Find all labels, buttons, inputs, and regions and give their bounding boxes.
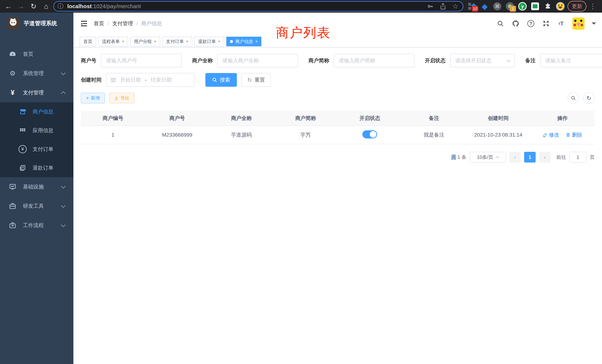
close-icon[interactable]: ×: [154, 39, 156, 44]
current-page-button[interactable]: 1: [524, 152, 536, 162]
documents-icon: [18, 164, 27, 171]
sidebar-item-pay-orders[interactable]: ¥ 支付订单: [0, 140, 73, 159]
merchant-no-input[interactable]: [101, 54, 182, 67]
full-name-input[interactable]: [217, 54, 298, 67]
sidebar-logo[interactable]: 芋道管理系统: [0, 13, 73, 34]
delete-link[interactable]: 删除: [566, 131, 582, 139]
back-icon[interactable]: ←: [3, 1, 14, 12]
remark-input[interactable]: [540, 54, 602, 67]
font-size-icon[interactable]: tT: [557, 20, 565, 28]
browser-profile-avatar[interactable]: [556, 2, 565, 11]
edit-pencil-icon: [543, 132, 548, 137]
refresh-table-button[interactable]: ↻: [583, 92, 595, 104]
extensions-area: ◆ 10 ◆ ⌘ 1 y: [468, 2, 565, 11]
briefcase-icon: [8, 222, 17, 229]
github-icon[interactable]: [512, 20, 520, 28]
sidebar-item-infrastructure[interactable]: 基础设施: [0, 177, 73, 196]
table-header-row: 商户编号 商户号 商户全称 商户简称 开启状态 备注 创建时间 操作: [81, 111, 595, 126]
sidebar-item-home[interactable]: 首页: [0, 44, 73, 64]
sidebar-item-system[interactable]: ⚙ 系统管理: [0, 64, 73, 83]
help-icon[interactable]: ?: [527, 20, 535, 28]
tab-home[interactable]: 首页: [80, 37, 96, 46]
extension-chat-icon[interactable]: [531, 2, 539, 11]
col-short-name: 商户简称: [274, 111, 338, 126]
extensions-puzzle-icon[interactable]: [543, 2, 552, 11]
sidebar-item-workflow[interactable]: 工作流程: [0, 216, 73, 235]
user-avatar[interactable]: [572, 17, 585, 30]
export-button[interactable]: 导出: [109, 93, 135, 103]
refresh-icon: ↻: [586, 95, 591, 101]
home-icon[interactable]: ⌂: [41, 1, 52, 12]
reset-button[interactable]: ↻ 重置: [241, 73, 271, 87]
share-icon[interactable]: [440, 3, 446, 10]
col-create-time: 创建时间: [466, 111, 530, 126]
extension-kite-icon[interactable]: ◆: [480, 2, 489, 11]
browser-menu-icon[interactable]: ⋮: [588, 2, 597, 10]
filter-label-short-name: 商户简称: [308, 57, 329, 64]
sidebar-item-app-info[interactable]: 应用信息: [0, 121, 73, 140]
bookmark-star-icon[interactable]: ☆: [452, 2, 458, 10]
extension-badge-1: 1: [510, 6, 516, 12]
tab-merchant-info[interactable]: 商户信息×: [226, 37, 261, 46]
fullscreen-icon[interactable]: [542, 20, 550, 28]
sidebar-item-label: 支付订单: [33, 146, 53, 153]
prev-page-button[interactable]: ‹: [509, 152, 521, 162]
sidebar-item-label: 基础设施: [23, 183, 44, 190]
cell-status: [338, 126, 402, 144]
collapse-sidebar-icon[interactable]: [79, 19, 89, 28]
extension-command-icon[interactable]: ⌘: [493, 2, 502, 11]
password-key-icon[interactable]: [427, 3, 433, 10]
chevron-down-icon: [61, 203, 65, 208]
avatar-caret-icon[interactable]: [592, 22, 596, 27]
close-icon[interactable]: ×: [122, 39, 124, 44]
status-toggle[interactable]: [362, 130, 377, 139]
breadcrumb-home[interactable]: 首页: [94, 20, 104, 27]
col-merchant-no: 商户号: [145, 111, 209, 126]
sidebar-item-refund-orders[interactable]: 退款订单: [0, 159, 73, 177]
tab-refund-orders[interactable]: 退款订单×: [194, 37, 224, 46]
sidebar-item-payment[interactable]: ¥ 支付管理: [0, 83, 73, 102]
next-page-button[interactable]: ›: [539, 152, 550, 162]
logo-rabbit-avatar: [7, 17, 19, 30]
sidebar-item-label: 工作流程: [23, 222, 44, 229]
url-path: :1024/pay/merchant: [92, 3, 141, 9]
search-icon[interactable]: [496, 20, 505, 28]
tab-pay-orders[interactable]: 支付订单×: [162, 37, 192, 46]
sidebar-item-label: 研发工具: [23, 203, 44, 210]
site-info-icon[interactable]: ⓘ: [56, 2, 64, 10]
url-text[interactable]: localhost:1024/pay/merchant: [67, 3, 141, 10]
reload-icon[interactable]: ↻: [28, 1, 39, 12]
close-icon[interactable]: ×: [255, 39, 258, 44]
grid-icon: [18, 127, 27, 134]
edit-link[interactable]: 修改: [543, 131, 559, 139]
store-icon: [18, 108, 27, 116]
search-button[interactable]: 搜索: [205, 73, 237, 87]
short-name-input[interactable]: [334, 54, 414, 67]
col-actions: 操作: [530, 111, 595, 126]
download-icon: [114, 96, 119, 100]
toggle-search-button[interactable]: [568, 92, 579, 104]
create-time-range-picker[interactable]: 开始日期 - 结束日期: [106, 73, 195, 87]
breadcrumb-payment[interactable]: 支付管理: [112, 20, 133, 27]
sidebar-item-merchant-info[interactable]: 商户信息: [0, 102, 73, 121]
page-size-select[interactable]: 10条/页: [470, 152, 506, 162]
browser-toolbar: ← → ↻ ⌂ ⓘ localhost:1024/pay/merchant ☆ …: [0, 0, 602, 13]
browser-update-button[interactable]: 更新: [568, 1, 586, 12]
chevron-down-icon: [496, 155, 499, 158]
address-bar[interactable]: ⓘ localhost:1024/pay/merchant ☆: [53, 1, 463, 11]
extension-dot-icon[interactable]: 1: [506, 2, 514, 11]
tab-user-group[interactable]: 用户分组×: [130, 37, 160, 46]
tab-process-form[interactable]: 流程表单×: [98, 37, 128, 46]
date-separator: -: [145, 77, 147, 83]
status-select[interactable]: 请选择开启状态: [450, 54, 515, 67]
breadcrumb-current: 商户信息: [141, 20, 162, 27]
extension-grid-icon[interactable]: ◆ 10: [468, 2, 476, 11]
forward-icon[interactable]: →: [16, 1, 26, 12]
add-button[interactable]: + 新增: [81, 93, 105, 103]
col-full-name: 商户全称: [209, 111, 274, 126]
goto-page-input[interactable]: [569, 152, 586, 162]
close-icon[interactable]: ×: [186, 39, 189, 44]
close-icon[interactable]: ×: [218, 39, 221, 44]
extension-yudao-icon[interactable]: y: [518, 2, 527, 11]
sidebar-item-dev-tools[interactable]: 研发工具: [0, 196, 73, 216]
